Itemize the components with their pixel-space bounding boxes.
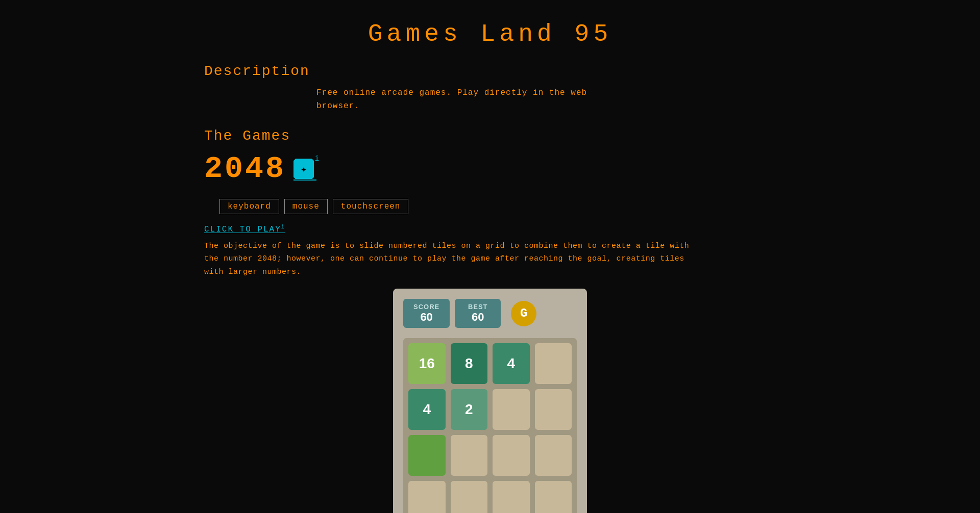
- tile-empty-r4c3: [493, 481, 530, 513]
- input-tag-keyboard: keyboard: [219, 199, 279, 214]
- game-icon-container: ✦ i: [293, 159, 314, 179]
- site-title: Games Land 95: [204, 10, 776, 63]
- description-heading: Description: [204, 63, 776, 79]
- tile-empty-r3c4: [535, 435, 572, 476]
- click-to-play-sup: i: [281, 224, 285, 230]
- description-line1: Free online arcade games. Play directly …: [316, 88, 587, 97]
- tile-empty-r4c1: [408, 481, 446, 513]
- tile-16: 16: [408, 343, 446, 384]
- icon-superscript: i: [315, 155, 319, 163]
- description-section: Description Free online arcade games. Pl…: [204, 63, 776, 113]
- input-tag-mouse: mouse: [284, 199, 328, 214]
- tile-empty-r1c4: [535, 343, 572, 384]
- tile-4-r1: 4: [493, 343, 530, 384]
- tile-empty-r2c4: [535, 389, 572, 430]
- pixel-icon: ✦: [293, 159, 314, 179]
- restart-button[interactable]: G: [511, 301, 536, 326]
- click-to-play-text: CLICK TO PLAY: [204, 225, 281, 235]
- games-section: The Games 2048 ✦ i keyboard mouse touchs…: [204, 128, 776, 513]
- score-box: SCORE 60: [403, 299, 450, 328]
- input-tags: keyboard mouse touchscreen: [219, 199, 776, 214]
- click-to-play-wrapper[interactable]: CLICK TO PLAYi: [204, 224, 776, 239]
- tile-empty-r3c3: [493, 435, 530, 476]
- input-tag-touchscreen: touchscreen: [333, 199, 409, 214]
- tile-empty-r3c2: [451, 435, 488, 476]
- score-value: 60: [413, 311, 439, 324]
- icon-underline: [293, 179, 316, 181]
- games-heading: The Games: [204, 128, 776, 144]
- game-title: 2048: [204, 151, 286, 186]
- game-preview: SCORE 60 BEST 60 G 16 8 4: [204, 289, 776, 513]
- best-box: BEST 60: [455, 299, 501, 328]
- game-container: SCORE 60 BEST 60 G 16 8 4: [393, 289, 587, 513]
- tile-empty-r4c2: [451, 481, 488, 513]
- score-label: SCORE: [413, 303, 439, 311]
- tile-bottom-r3c1: [408, 435, 446, 476]
- tile-empty-r2c3: [493, 389, 530, 430]
- tile-2: 2: [451, 389, 488, 430]
- game-grid: 16 8 4 4 2: [403, 338, 577, 513]
- tile-4-r2: 4: [408, 389, 446, 430]
- description-line2: browser.: [316, 101, 360, 111]
- restart-icon: G: [520, 306, 527, 320]
- click-to-play-link[interactable]: CLICK TO PLAYi: [204, 224, 285, 234]
- best-value: 60: [465, 311, 491, 324]
- game-description: The objective of the game is to slide nu…: [204, 240, 699, 279]
- best-label: BEST: [465, 303, 491, 311]
- game-title-row: 2048 ✦ i: [204, 151, 776, 186]
- tile-8: 8: [451, 343, 488, 384]
- score-row: SCORE 60 BEST 60 G: [403, 299, 577, 328]
- description-text: Free online arcade games. Play directly …: [316, 87, 776, 113]
- tile-empty-r4c4: [535, 481, 572, 513]
- pixel-icon-symbol: ✦: [301, 163, 307, 175]
